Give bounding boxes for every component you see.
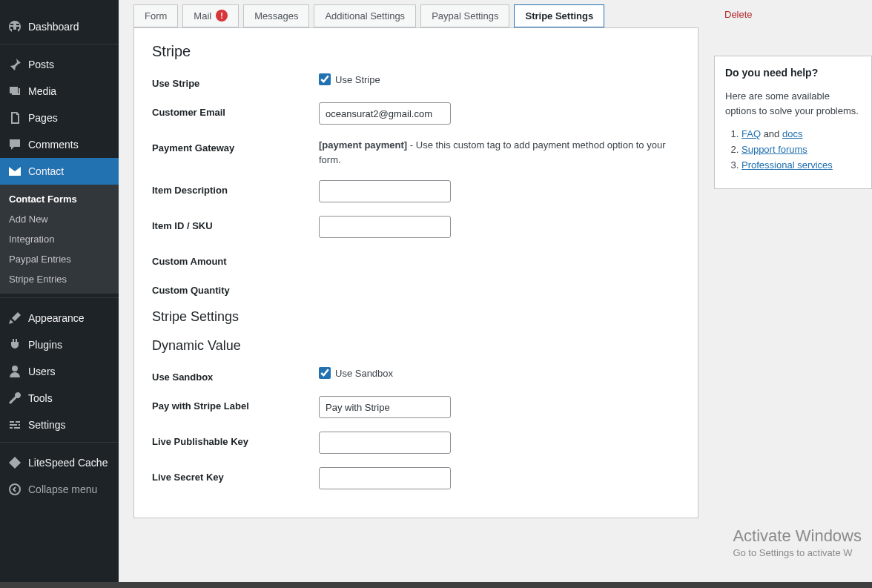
pages-icon (7, 110, 22, 125)
sidebar-item-label: Comments (28, 139, 79, 151)
brush-icon (7, 311, 22, 326)
item-sku-input[interactable] (319, 216, 451, 238)
sidebar-item-dashboard[interactable]: Dashboard (0, 13, 119, 40)
section-heading-dynamic-value: Dynamic Value (152, 338, 680, 354)
sidebar-item-settings[interactable]: Settings (0, 412, 119, 438)
docs-link[interactable]: docs (782, 128, 802, 139)
payment-gateway-hint: [payment payment] - Use this custom tag … (319, 138, 680, 167)
sidebar-item-appearance[interactable]: Appearance (0, 305, 119, 331)
item-description-input[interactable] (319, 180, 451, 202)
user-icon (7, 364, 22, 379)
professional-services-link[interactable]: Professional services (741, 159, 833, 171)
tab-form[interactable]: Form (133, 4, 178, 27)
tab-paypal-settings[interactable]: Paypal Settings (420, 4, 509, 27)
use-stripe-checkbox[interactable] (319, 73, 331, 85)
tab-stripe-settings[interactable]: Stripe Settings (514, 4, 604, 27)
help-intro: Here are some available options to solve… (725, 89, 861, 118)
sidebar-item-label: Settings (28, 419, 66, 431)
use-sandbox-checkbox[interactable] (319, 367, 331, 379)
help-item-pro: Professional services (741, 159, 861, 171)
item-sku-label: Item ID / SKU (152, 216, 319, 231)
tab-label: Form (145, 10, 167, 22)
live-publishable-key-input[interactable] (319, 432, 451, 454)
tab-label: Stripe Settings (525, 10, 593, 22)
live-secret-key-input[interactable] (319, 467, 451, 489)
plug-icon (7, 337, 22, 352)
custom-quantity-label: Custom Quantity (152, 280, 319, 296)
use-sandbox-label: Use Sandbox (152, 367, 319, 383)
custom-amount-label: Custom Amount (152, 251, 319, 267)
sliders-icon (7, 417, 22, 432)
sidebar-subitem-add-new[interactable]: Add New (0, 209, 119, 229)
support-forums-link[interactable]: Support forums (741, 144, 807, 155)
use-sandbox-checkbox-text: Use Sandbox (335, 368, 393, 379)
sidebar-subitem-integration[interactable]: Integration (0, 229, 119, 249)
live-publishable-key-label: Live Publishable Key (152, 432, 319, 447)
sidebar-item-label: Posts (28, 59, 54, 70)
sidebar-subitem-stripe-entries[interactable]: Stripe Entries (0, 269, 119, 289)
customer-email-label: Customer Email (152, 102, 319, 118)
sidebar-item-label: Appearance (28, 312, 85, 324)
stripe-settings-panel: Stripe Use Stripe Use Stripe Customer Em… (133, 27, 698, 518)
payment-shortcode: [payment payment] (319, 139, 407, 151)
sidebar-item-comments[interactable]: Comments (0, 131, 119, 158)
tab-label: Mail (194, 10, 211, 22)
use-stripe-checkbox-text: Use Stripe (335, 74, 380, 85)
faq-link[interactable]: FAQ (741, 128, 761, 139)
svg-point-0 (10, 484, 20, 495)
collapse-icon (7, 482, 22, 497)
watermark-subtitle: Go to Settings to activate W (733, 547, 862, 558)
live-secret-key-label: Live Secret Key (152, 467, 319, 483)
pay-label-label: Pay with Stripe Label (152, 396, 319, 412)
sidebar-item-collapse[interactable]: Collapse menu (0, 476, 119, 503)
tab-mail[interactable]: Mail ! (182, 4, 239, 27)
sidebar-item-label: Contact (28, 165, 64, 177)
section-heading-stripe: Stripe (152, 43, 680, 60)
sidebar-item-media[interactable]: Media (0, 78, 119, 105)
admin-sidebar: Dashboard Posts Media Pages Comments Con… (0, 0, 119, 588)
help-item-faq-docs: FAQ and docs (741, 128, 861, 139)
tab-label: Messages (254, 10, 298, 22)
sidebar-item-posts[interactable]: Posts (0, 51, 119, 78)
sidebar-item-pages[interactable]: Pages (0, 105, 119, 131)
pay-label-input[interactable] (319, 396, 451, 418)
watermark-title: Activate Windows (733, 526, 862, 546)
alert-icon: ! (216, 10, 228, 22)
sidebar-item-plugins[interactable]: Plugins (0, 331, 119, 358)
sidebar-item-litespeed[interactable]: LiteSpeed Cache (0, 449, 119, 476)
tab-additional-settings[interactable]: Additional Settings (314, 4, 416, 27)
sidebar-item-label: Dashboard (28, 21, 79, 33)
sidebar-item-label: Tools (28, 392, 53, 404)
sidebar-item-label: Users (28, 366, 56, 377)
comment-icon (7, 137, 22, 152)
bottom-bar (0, 582, 872, 588)
section-heading-stripe-settings: Stripe Settings (152, 309, 680, 325)
payment-gateway-label: Payment Gateway (152, 138, 319, 153)
wrench-icon (7, 391, 22, 406)
diamond-icon (7, 455, 22, 470)
sidebar-item-label: Collapse menu (28, 483, 97, 495)
use-stripe-label: Use Stripe (152, 73, 319, 89)
sidebar-item-tools[interactable]: Tools (0, 385, 119, 412)
help-title: Do you need help? (725, 67, 861, 79)
tab-label: Additional Settings (325, 10, 405, 22)
windows-activation-watermark: Activate Windows Go to Settings to activ… (733, 526, 862, 558)
media-icon (7, 84, 22, 99)
help-box: Do you need help? Here are some availabl… (714, 56, 872, 189)
delete-link[interactable]: Delete (714, 0, 753, 20)
and-text: and (761, 128, 782, 139)
tab-messages[interactable]: Messages (243, 4, 309, 27)
sidebar-item-label: Pages (28, 112, 58, 124)
sidebar-item-label: Plugins (28, 339, 62, 351)
customer-email-input[interactable] (319, 102, 451, 125)
sidebar-subitem-contact-forms[interactable]: Contact Forms (0, 189, 119, 209)
sidebar-item-label: Media (28, 85, 56, 97)
help-item-support: Support forums (741, 144, 861, 155)
sidebar-item-label: LiteSpeed Cache (28, 457, 108, 469)
sidebar-subitem-paypal-entries[interactable]: Paypal Entries (0, 249, 119, 269)
sidebar-item-users[interactable]: Users (0, 358, 119, 385)
item-description-label: Item Description (152, 180, 319, 196)
sidebar-submenu-contact: Contact Forms Add New Integration Paypal… (0, 185, 119, 294)
sidebar-item-contact[interactable]: Contact (0, 158, 119, 185)
pin-icon (7, 57, 22, 72)
